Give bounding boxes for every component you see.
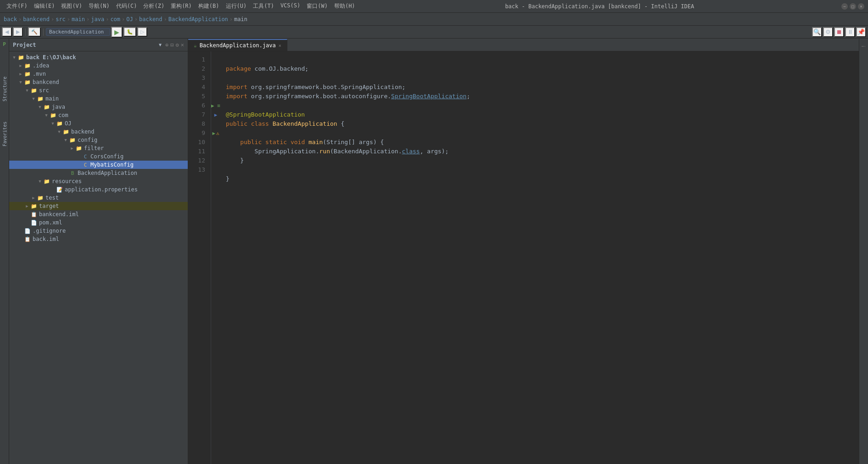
project-tool-icon[interactable]: P [1, 40, 8, 48]
settings-button[interactable]: ⚙ [823, 27, 833, 37]
favorites-tool-icon[interactable]: Favorites [1, 130, 8, 138]
tree-item-bankcend-iml[interactable]: 📋 bankcend.iml [9, 210, 188, 218]
tree-item-idea[interactable]: ▶ 📁 .idea [9, 61, 188, 70]
file-icon: 📄 [24, 227, 31, 235]
menu-file[interactable]: 文件(F) [4, 1, 30, 11]
menu-refactor[interactable]: 重构(R) [168, 1, 195, 11]
maximize-button[interactable]: □ [850, 3, 856, 10]
minimize-button[interactable]: − [841, 3, 848, 10]
menu-window[interactable]: 窗口(W) [304, 1, 330, 11]
bc-bankcend[interactable]: bankcend [23, 16, 50, 22]
tree-item-test[interactable]: ▶ 📁 test [9, 194, 188, 202]
menu-run[interactable]: 运行(U) [223, 1, 250, 11]
settings-icon[interactable]: ⚙ [176, 42, 179, 48]
close-button[interactable]: × [858, 3, 864, 10]
tree-item-config[interactable]: ▼ 📁 config [9, 136, 188, 144]
tree-item-bankcend[interactable]: ▼ 📁 bankcend [9, 78, 188, 86]
folder-icon: 📁 [30, 202, 38, 210]
tree-item-com[interactable]: ▼ 📁 com [9, 111, 188, 119]
expand-arrow: ▶ [30, 196, 37, 200]
tree-item-gitignore[interactable]: 📄 .gitignore [9, 227, 188, 235]
menu-navigate[interactable]: 导航(N) [86, 1, 112, 11]
tree-item-back-iml[interactable]: 📋 back.iml [9, 235, 188, 243]
expand-arrow: ▼ [17, 80, 24, 84]
tree-item-backend[interactable]: ▼ 📁 backend [9, 128, 188, 136]
project-header-icons: ⊕ ⊟ ⚙ × [162, 42, 184, 48]
tree-item-filter[interactable]: ▶ 📁 filter [9, 144, 188, 152]
menu-tools[interactable]: 工具(T) [250, 1, 277, 11]
tree-item-resources[interactable]: ▼ 📁 resources [9, 177, 188, 185]
pin-button[interactable]: 📌 [856, 27, 866, 37]
close-panel-icon[interactable]: × [181, 42, 184, 48]
run-gutter-icon-9[interactable]: ▶ ⚠ [211, 129, 220, 138]
tree-item-src[interactable]: ▼ 📁 src [9, 86, 188, 95]
navigate-back-button[interactable]: ◀ [2, 27, 12, 37]
locate-icon[interactable]: ⊕ [165, 42, 168, 48]
bc-oj[interactable]: OJ [126, 16, 133, 22]
xml-icon: 📄 [30, 219, 38, 226]
bc-src[interactable]: src [56, 16, 66, 22]
editor-tab-backendapplication[interactable]: ☕ BackendApplication.java × [188, 39, 287, 51]
menu-edit[interactable]: 编辑(E) [31, 1, 58, 11]
tree-label: target [39, 203, 188, 209]
menu-help[interactable]: 帮助(H) [331, 1, 358, 11]
tree-item-java[interactable]: ▼ 📁 java [9, 103, 188, 111]
properties-icon: 📝 [56, 186, 63, 193]
tree-item-mvn[interactable]: ▶ 📁 .mvn [9, 70, 188, 78]
build-button[interactable]: 🔨 [28, 27, 41, 37]
expand-arrow: ▼ [62, 138, 69, 142]
folder-icon: 📁 [43, 103, 50, 111]
menu-bar[interactable]: 文件(F) 编辑(E) 视图(V) 导航(N) 代码(C) 分析(Z) 重构(R… [4, 1, 358, 11]
run-with-coverage-button[interactable]: ▷ [137, 27, 147, 37]
code-content[interactable]: package com.OJ.backend; import org.sprin… [220, 51, 859, 464]
menu-build[interactable]: 构建(B) [196, 1, 222, 11]
bc-backendapp[interactable]: BackendApplication [168, 16, 228, 22]
menu-view[interactable]: 视图(V) [58, 1, 85, 11]
tree-item-target[interactable]: ▶ 📁 target [9, 202, 188, 210]
pause-button[interactable]: ⏸ [845, 27, 855, 37]
toolbar-separator [25, 28, 26, 36]
tree-item-properties[interactable]: 📝 application.properties [9, 185, 188, 194]
run-gutter-icon-6[interactable]: ▶ ≡ [211, 101, 220, 110]
tree-label: backend [71, 129, 188, 135]
bc-back[interactable]: back [4, 16, 17, 22]
window-controls[interactable]: − □ × [841, 3, 864, 10]
bc-backend[interactable]: backend [139, 16, 162, 22]
notifications-strip[interactable]: ! [861, 45, 866, 48]
project-panel-title: Project [13, 42, 159, 48]
tree-item-mybatisconfig[interactable]: C MybatisConfig [9, 161, 188, 169]
tree-item-corsconfig[interactable]: C CorsConfig [9, 152, 188, 161]
bc-main[interactable]: main [72, 16, 85, 22]
tree-label: test [45, 195, 188, 201]
bc-java[interactable]: java [91, 16, 104, 22]
collapse-icon[interactable]: ⊟ [170, 42, 174, 48]
main-area: P Structure Favorites Project ▼ ⊕ ⊟ ⚙ × … [0, 39, 868, 464]
run-configuration-selector[interactable]: BackendApplication [46, 28, 110, 36]
tree-label: back.iml [33, 236, 188, 242]
search-everywhere-button[interactable]: 🔍 [812, 27, 822, 37]
left-tool-strip: P Structure Favorites [0, 39, 9, 464]
tab-close-button[interactable]: × [279, 43, 281, 48]
menu-analyze[interactable]: 分析(Z) [140, 1, 167, 11]
tab-java-icon: ☕ [194, 43, 197, 49]
menu-code[interactable]: 代码(C) [113, 1, 140, 11]
code-editor[interactable]: 1 2 3 4 5 6 7 8 9 10 11 12 13 ▶ ≡ [188, 51, 859, 464]
tree-item-back[interactable]: ▼ 📁 back E:\OJ\back [9, 53, 188, 61]
navigate-forward-button[interactable]: ▶ [13, 27, 23, 37]
run-button[interactable]: ▶ [111, 27, 123, 38]
tree-item-oj[interactable]: ▼ 📁 OJ [9, 119, 188, 128]
stop-button[interactable]: ⏹ [834, 27, 844, 37]
folder-icon: 📁 [37, 95, 44, 102]
tree-item-backendapplication[interactable]: B BackendApplication [9, 169, 188, 177]
debug-button[interactable]: 🐛 [123, 27, 136, 37]
tree-item-main[interactable]: ▼ 📁 main [9, 95, 188, 103]
bc-com[interactable]: com [110, 16, 120, 22]
expand-arrow: ▶ [17, 63, 24, 68]
project-panel: Project ▼ ⊕ ⊟ ⚙ × ▼ 📁 back E:\OJ\back ▶ … [9, 39, 188, 464]
tree-item-pom-xml[interactable]: 📄 pom.xml [9, 218, 188, 227]
structure-tool-icon[interactable]: Structure [1, 85, 8, 93]
tree-label: src [39, 87, 188, 94]
run-gutter-icon-7[interactable]: ▶ [211, 110, 220, 119]
menu-vcs[interactable]: VCS(S) [278, 1, 303, 11]
tree-label: bankcend.iml [39, 211, 188, 218]
